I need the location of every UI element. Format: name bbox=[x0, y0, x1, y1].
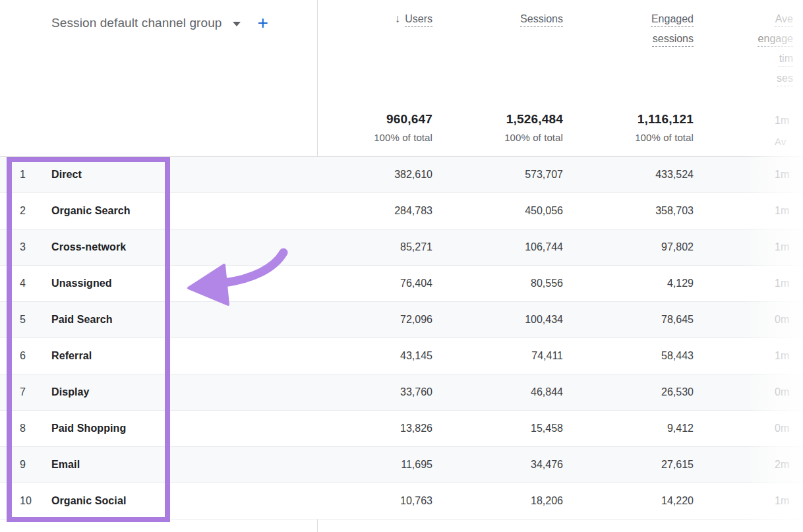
users-value: 382,610 bbox=[317, 169, 448, 181]
channel-name: Organic Search bbox=[32, 205, 317, 217]
avg-engagement-value: 0m bbox=[709, 314, 803, 326]
channel-name: Referral bbox=[32, 350, 317, 362]
spacer bbox=[32, 9, 317, 99]
sessions-value: 573,707 bbox=[448, 169, 578, 181]
sessions-value: 100,434 bbox=[448, 314, 578, 326]
engaged-sessions-value: 358,703 bbox=[578, 205, 709, 217]
row-index: 10 bbox=[0, 495, 32, 507]
channel-name: Direct bbox=[32, 169, 317, 181]
avg-header-fragment: engage bbox=[758, 33, 793, 44]
totals-engaged-pct: 100% of total bbox=[578, 132, 694, 143]
avg-header-fragment: ses bbox=[777, 73, 793, 84]
avg-header-fragment: Ave bbox=[775, 13, 793, 24]
avg-engagement-value: 2m bbox=[709, 459, 803, 471]
totals-sessions-value: 1,526,484 bbox=[448, 99, 563, 127]
spacer bbox=[0, 99, 32, 156]
table-row: 5 Paid Search 72,096 100,434 78,645 0m bbox=[0, 302, 803, 338]
row-index: 9 bbox=[0, 459, 32, 471]
users-value: 284,783 bbox=[317, 205, 448, 217]
engaged-sessions-value: 58,443 bbox=[578, 350, 709, 362]
channel-name: Paid Shopping bbox=[32, 423, 317, 434]
table-row: 9 Email 11,695 34,476 27,615 2m bbox=[0, 447, 803, 483]
channel-name: Cross-network bbox=[32, 241, 317, 253]
row-index: 7 bbox=[0, 386, 32, 398]
engaged-sessions-value: 14,220 bbox=[578, 495, 709, 507]
users-value: 13,826 bbox=[317, 423, 448, 434]
engaged-sessions-value: 97,802 bbox=[578, 241, 709, 253]
totals-avg-engagement: 1m Av bbox=[709, 99, 803, 156]
sessions-header-label[interactable]: Sessions bbox=[520, 13, 563, 24]
ga4-traffic-acquisition-table: Session default channel group + ↓ Users … bbox=[0, 0, 803, 532]
totals-sessions: 1,526,484 100% of total bbox=[448, 99, 578, 156]
channel-name: Organic Social bbox=[32, 495, 317, 507]
table-row: 3 Cross-network 85,271 106,744 97,802 1m bbox=[0, 229, 803, 266]
users-value: 76,404 bbox=[317, 278, 448, 289]
table-row: 4 Unassigned 76,404 80,556 4,129 1m bbox=[0, 266, 803, 302]
sessions-value: 450,056 bbox=[448, 205, 578, 217]
table-row: 1 Direct 382,610 573,707 433,524 1m bbox=[0, 157, 803, 193]
users-value: 10,763 bbox=[317, 495, 448, 507]
engaged-sessions-value: 4,129 bbox=[578, 278, 709, 289]
users-header-label[interactable]: Users bbox=[405, 9, 432, 29]
avg-engagement-value: 1m bbox=[709, 241, 803, 253]
channel-name: Paid Search bbox=[32, 314, 317, 326]
totals-avg-sub: Av bbox=[775, 134, 803, 150]
row-index: 3 bbox=[0, 241, 32, 253]
channel-name: Email bbox=[32, 459, 317, 471]
totals-sessions-pct: 100% of total bbox=[448, 132, 563, 143]
table-row: 6 Referral 43,145 74,411 58,443 1m bbox=[0, 338, 803, 374]
sessions-value: 18,206 bbox=[448, 495, 578, 507]
table-row: 8 Paid Shopping 13,826 15,458 9,412 0m bbox=[0, 411, 803, 447]
sessions-value: 106,744 bbox=[448, 241, 578, 253]
avg-engagement-value: 0m bbox=[709, 423, 803, 434]
sessions-value: 80,556 bbox=[448, 278, 578, 289]
table-row: 2 Organic Search 284,783 450,056 358,703… bbox=[0, 193, 803, 229]
sessions-value: 34,476 bbox=[448, 459, 578, 471]
totals-row: 960,647 100% of total 1,526,484 100% of … bbox=[0, 99, 803, 157]
engaged-sessions-value: 78,645 bbox=[578, 314, 709, 326]
channel-name: Display bbox=[32, 386, 317, 398]
spacer bbox=[0, 9, 32, 99]
table-body: 1 Direct 382,610 573,707 433,524 1m 2 Or… bbox=[0, 157, 803, 519]
users-value: 33,760 bbox=[317, 386, 448, 398]
avg-engagement-value: 1m bbox=[709, 495, 803, 507]
column-header-engaged-sessions[interactable]: Engaged sessions bbox=[578, 9, 709, 99]
totals-users-value: 960,647 bbox=[317, 99, 432, 127]
row-index: 1 bbox=[0, 169, 32, 181]
users-value: 85,271 bbox=[317, 241, 448, 253]
avg-engagement-value: 1m bbox=[709, 278, 803, 289]
totals-users: 960,647 100% of total bbox=[317, 99, 448, 156]
row-index: 2 bbox=[0, 205, 32, 217]
avg-engagement-value: 1m bbox=[709, 169, 803, 181]
spacer bbox=[32, 99, 317, 156]
channel-name: Unassigned bbox=[32, 278, 317, 289]
row-index: 5 bbox=[0, 314, 32, 326]
row-index: 6 bbox=[0, 350, 32, 362]
users-value: 43,145 bbox=[317, 350, 448, 362]
table-row: 7 Display 33,760 46,844 26,530 0m bbox=[0, 374, 803, 411]
row-index: 8 bbox=[0, 423, 32, 434]
sort-descending-icon: ↓ bbox=[395, 9, 401, 29]
table-row: 10 Organic Social 10,763 18,206 14,220 1… bbox=[0, 483, 803, 519]
totals-users-pct: 100% of total bbox=[317, 132, 432, 143]
column-header-avg-engagement-time[interactable]: Ave engage tim ses bbox=[709, 9, 803, 99]
totals-avg-value: 1m bbox=[775, 113, 803, 129]
users-value: 11,695 bbox=[317, 459, 448, 471]
avg-engagement-value: 1m bbox=[709, 205, 803, 217]
sessions-value: 46,844 bbox=[448, 386, 578, 398]
column-header-sessions[interactable]: Sessions bbox=[448, 9, 578, 99]
row-index: 4 bbox=[0, 278, 32, 289]
sessions-value: 15,458 bbox=[448, 423, 578, 434]
avg-engagement-value: 0m bbox=[709, 386, 803, 398]
engaged-sessions-value: 27,615 bbox=[578, 459, 709, 471]
users-value: 72,096 bbox=[317, 314, 448, 326]
totals-engaged-value: 1,116,121 bbox=[578, 99, 694, 127]
sessions-value: 74,411 bbox=[448, 350, 578, 362]
engaged-sessions-header-label[interactable]: Engaged sessions bbox=[633, 9, 694, 49]
engaged-sessions-value: 26,530 bbox=[578, 386, 709, 398]
avg-header-fragment: tim bbox=[779, 53, 793, 64]
column-header-users[interactable]: ↓ Users bbox=[317, 9, 448, 99]
engaged-sessions-value: 433,524 bbox=[578, 169, 709, 181]
avg-engagement-value: 1m bbox=[709, 350, 803, 362]
metric-column-headers: ↓ Users Sessions Engaged sessions Ave en… bbox=[0, 0, 803, 99]
